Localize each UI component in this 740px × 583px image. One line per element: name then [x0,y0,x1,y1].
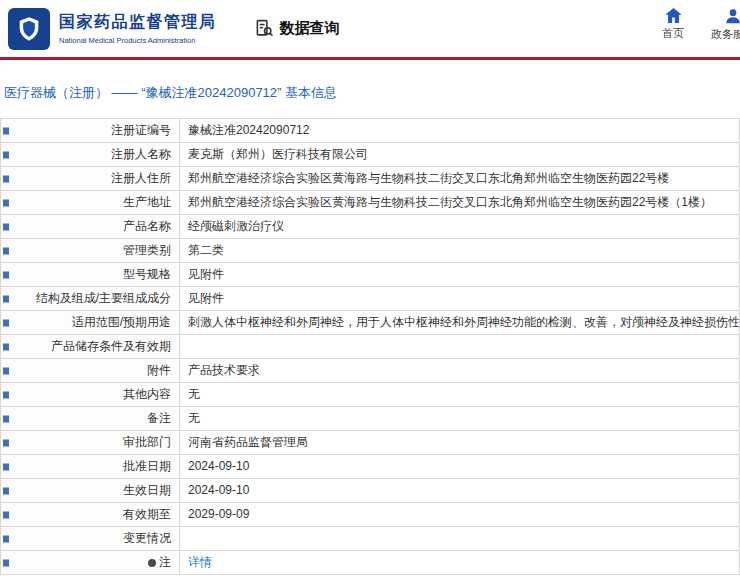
row-value: 见附件 [180,287,740,311]
table-row: 变更情况 [1,527,740,551]
row-value: 产品技术要求 [180,359,740,383]
nav-item-home[interactable]: 首页 [648,8,698,42]
row-label: 产品储存条件及有效期 [1,335,180,359]
row-label: 变更情况 [1,527,180,551]
row-value: 豫械注准20242090712 [180,119,740,143]
detail-link[interactable]: 详情 [188,555,212,569]
table-row: 注册人住所郑州航空港经济综合实验区黄海路与生物科技二街交叉口东北角郑州临空生物医… [1,167,740,191]
home-icon [665,8,682,23]
table-row: 管理类别第二类 [1,239,740,263]
site-header: 国家药品监督管理局 National Medical Products Admi… [0,0,740,57]
row-value: 河南省药品监督管理局 [180,431,740,455]
table-row: 其他内容无 [1,383,740,407]
table-row: 生产地址郑州航空港经济综合实验区黄海路与生物科技二街交叉口东北角郑州临空生物医药… [1,191,740,215]
nmpa-emblem-icon [8,8,50,50]
row-marker-icon [3,367,9,374]
table-row: 批准日期2024-09-10 [1,455,740,479]
row-marker-icon [3,439,9,446]
registration-info-table: 注册证编号豫械注准20242090712注册人名称麦克斯（郑州）医疗科技有限公司… [0,118,740,575]
row-marker-icon [3,487,9,494]
row-marker-icon [3,247,9,254]
row-value: 刺激人体中枢神经和外周神经，用于人体中枢神经和外周神经功能的检测、改善，对颅神经… [180,311,740,335]
row-label: 注册人住所 [1,167,180,191]
row-label: 生产地址 [1,191,180,215]
row-marker-icon [3,271,9,278]
table-row: 适用范围/预期用途刺激人体中枢神经和外周神经，用于人体中枢神经和外周神经功能的检… [1,311,740,335]
table-row: 附件产品技术要求 [1,359,740,383]
row-marker-icon [3,463,9,470]
row-value: 第二类 [180,239,740,263]
nav-item-gov-services[interactable]: 政务服务 [708,8,740,42]
row-value: 详情 [180,551,740,575]
data-query-section[interactable]: 数据查询 [255,19,340,38]
row-marker-icon [3,151,9,158]
row-marker-icon [3,511,9,518]
row-label: 注册证编号 [1,119,180,143]
site-subtitle: National Medical Products Administration [59,36,217,45]
row-value [180,335,740,359]
data-query-label: 数据查询 [280,19,340,38]
row-marker-icon [3,535,9,542]
row-label: 有效期至 [1,503,180,527]
table-row: 结构及组成/主要组成成分见附件 [1,287,740,311]
row-marker-icon [3,199,9,206]
top-nav: 首页 政务服务 [648,8,740,42]
table-row: 生效日期2024-09-10 [1,479,740,503]
table-row: 审批部门河南省药品监督管理局 [1,431,740,455]
breadcrumb: 医疗器械（注册） —— “豫械注准20242090712” 基本信息 [0,60,740,118]
site-title: 国家药品监督管理局 [59,12,217,33]
row-value: 2029-09-09 [180,503,740,527]
table-row: 备注无 [1,407,740,431]
row-label: 产品名称 [1,215,180,239]
row-marker-icon [3,559,9,566]
row-value: 无 [180,407,740,431]
table-row: 产品名称经颅磁刺激治疗仪 [1,215,740,239]
row-marker-icon [3,127,9,134]
row-value: 2024-09-10 [180,455,740,479]
table-row: 注详情 [1,551,740,575]
user-icon [725,8,740,24]
table-row: 注册人名称麦克斯（郑州）医疗科技有限公司 [1,143,740,167]
table-row: 注册证编号豫械注准20242090712 [1,119,740,143]
row-label: 备注 [1,407,180,431]
row-value [180,527,740,551]
row-label: 其他内容 [1,383,180,407]
row-label: 生效日期 [1,479,180,503]
row-label: 审批部门 [1,431,180,455]
row-value: 见附件 [180,263,740,287]
row-value: 郑州航空港经济综合实验区黄海路与生物科技二街交叉口东北角郑州临空生物医药园22号… [180,167,740,191]
table-row: 型号规格见附件 [1,263,740,287]
row-label: 适用范围/预期用途 [1,311,180,335]
site-logo[interactable]: 国家药品监督管理局 National Medical Products Admi… [8,8,217,50]
row-label: 管理类别 [1,239,180,263]
row-marker-icon [3,415,9,422]
row-marker-icon [3,391,9,398]
row-label: 附件 [1,359,180,383]
row-value: 经颅磁刺激治疗仪 [180,215,740,239]
nav-item-home-label: 首页 [662,26,684,41]
row-value: 郑州航空港经济综合实验区黄海路与生物科技二街交叉口东北角郑州临空生物医药园22号… [180,191,740,215]
row-label: 批准日期 [1,455,180,479]
table-row: 有效期至2029-09-09 [1,503,740,527]
row-marker-icon [3,223,9,230]
row-label: 注 [1,551,180,575]
data-query-icon [255,19,274,38]
row-label: 注册人名称 [1,143,180,167]
note-icon [148,559,156,567]
row-value: 2024-09-10 [180,479,740,503]
row-marker-icon [3,343,9,350]
table-row: 产品储存条件及有效期 [1,335,740,359]
row-marker-icon [3,175,9,182]
row-marker-icon [3,319,9,326]
row-label: 型号规格 [1,263,180,287]
nav-item-gov-services-label: 政务服务 [711,27,740,42]
info-table-body: 注册证编号豫械注准20242090712注册人名称麦克斯（郑州）医疗科技有限公司… [1,119,740,575]
row-value: 麦克斯（郑州）医疗科技有限公司 [180,143,740,167]
row-value: 无 [180,383,740,407]
row-marker-icon [3,295,9,302]
row-label: 结构及组成/主要组成成分 [1,287,180,311]
